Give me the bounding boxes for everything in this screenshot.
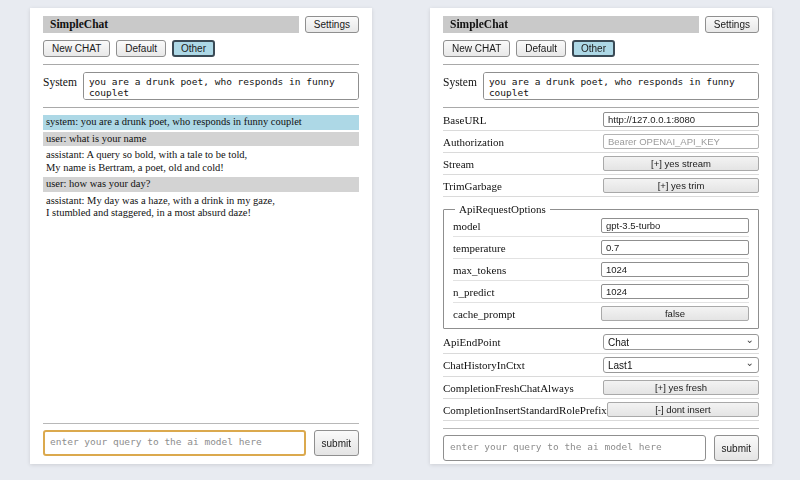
api-request-options-legend: ApiRequestOptions bbox=[455, 203, 550, 215]
title-row: SimpleChat Settings bbox=[443, 16, 759, 33]
max-tokens-label: max_tokens bbox=[453, 264, 601, 276]
completioninsertstandardroleprefix-toggle-button[interactable]: [-] dont insert bbox=[607, 402, 759, 417]
system-prompt-input[interactable]: you are a drunk poet, who responds in fu… bbox=[83, 72, 359, 100]
temperature-input[interactable] bbox=[601, 240, 749, 255]
completionfreshchatalways-toggle-button[interactable]: [+] yes fresh bbox=[603, 380, 759, 395]
session-toolbar: New CHAT Default Other bbox=[43, 40, 359, 57]
submit-button[interactable]: submit bbox=[714, 435, 759, 461]
new-chat-button[interactable]: New CHAT bbox=[443, 40, 510, 57]
baseurl-label: BaseURL bbox=[443, 114, 603, 126]
cache-prompt-label: cache_prompt bbox=[453, 308, 601, 320]
query-footer: submit bbox=[443, 421, 759, 461]
temperature-label: temperature bbox=[453, 242, 601, 254]
chathistoryinctxt-label: ChatHistoryInCtxt bbox=[443, 359, 603, 371]
query-footer: submit bbox=[43, 416, 359, 456]
chat-message-assistant: assistant: A query so bold, with a tale … bbox=[43, 148, 359, 175]
query-row: submit bbox=[43, 430, 359, 456]
query-input[interactable] bbox=[43, 430, 306, 456]
divider bbox=[443, 107, 759, 108]
app-title: SimpleChat bbox=[443, 16, 699, 33]
max-tokens-input[interactable] bbox=[601, 262, 749, 277]
settings-button[interactable]: Settings bbox=[705, 16, 759, 33]
session-other-button[interactable]: Other bbox=[572, 40, 615, 57]
setting-row-n-predict: n_predict bbox=[453, 281, 749, 303]
authorization-label: Authorization bbox=[443, 136, 603, 148]
setting-row-model: model bbox=[453, 215, 749, 237]
stream-toggle-button[interactable]: [+] yes stream bbox=[603, 156, 759, 171]
setting-row-apiendpoint: ApiEndPoint Chat ⌄ bbox=[443, 331, 759, 354]
completionfreshchatalways-label: CompletionFreshChatAlways bbox=[443, 382, 603, 394]
divider bbox=[443, 428, 759, 429]
system-prompt-row: System you are a drunk poet, who respond… bbox=[43, 72, 359, 100]
query-row: submit bbox=[443, 435, 759, 461]
chat-message-user: user: what is your name bbox=[43, 132, 359, 147]
apiendpoint-label: ApiEndPoint bbox=[443, 336, 603, 348]
session-toolbar: New CHAT Default Other bbox=[443, 40, 759, 57]
setting-row-stream: Stream [+] yes stream bbox=[443, 153, 759, 175]
completioninsertstandardroleprefix-label: CompletionInsertStandardRolePrefix bbox=[443, 404, 607, 416]
baseurl-input[interactable] bbox=[603, 112, 759, 127]
authorization-input[interactable] bbox=[603, 134, 759, 149]
divider bbox=[443, 64, 759, 65]
settings-button[interactable]: Settings bbox=[305, 16, 359, 33]
setting-row-chathistoryinctxt: ChatHistoryInCtxt Last1 ⌄ bbox=[443, 354, 759, 377]
chat-message-user: user: how was your day? bbox=[43, 177, 359, 192]
api-request-options-fieldset: ApiRequestOptions model temperature max_… bbox=[443, 203, 759, 329]
chathistoryinctxt-select[interactable]: Last1 bbox=[603, 357, 759, 373]
query-input[interactable] bbox=[443, 435, 706, 461]
setting-row-temperature: temperature bbox=[453, 237, 749, 259]
n-predict-label: n_predict bbox=[453, 286, 601, 298]
system-prompt-input[interactable]: you are a drunk poet, who responds in fu… bbox=[483, 72, 759, 100]
chat-message-assistant: assistant: My day was a haze, with a dri… bbox=[43, 194, 359, 221]
system-label: System bbox=[43, 72, 77, 88]
setting-row-baseurl: BaseURL bbox=[443, 109, 759, 131]
chat-panel: SimpleChat Settings New CHAT Default Oth… bbox=[30, 8, 372, 464]
model-label: model bbox=[453, 220, 601, 232]
divider bbox=[43, 423, 359, 424]
setting-row-max-tokens: max_tokens bbox=[453, 259, 749, 281]
session-other-button[interactable]: Other bbox=[172, 40, 215, 57]
divider bbox=[43, 64, 359, 65]
apiendpoint-select[interactable]: Chat bbox=[603, 334, 759, 350]
n-predict-input[interactable] bbox=[601, 284, 749, 299]
setting-row-completionfreshchatalways: CompletionFreshChatAlways [+] yes fresh bbox=[443, 377, 759, 399]
trimgarbage-label: TrimGarbage bbox=[443, 180, 603, 192]
setting-row-trimgarbage: TrimGarbage [+] yes trim bbox=[443, 175, 759, 197]
system-prompt-row: System you are a drunk poet, who respond… bbox=[443, 72, 759, 100]
divider bbox=[43, 107, 359, 108]
chat-message-list: system: you are a drunk poet, who respon… bbox=[43, 115, 359, 223]
session-default-button[interactable]: Default bbox=[116, 40, 166, 57]
setting-row-authorization: Authorization bbox=[443, 131, 759, 153]
model-input[interactable] bbox=[601, 218, 749, 233]
new-chat-button[interactable]: New CHAT bbox=[43, 40, 110, 57]
settings-panel: SimpleChat Settings New CHAT Default Oth… bbox=[430, 8, 772, 464]
app-title: SimpleChat bbox=[43, 16, 299, 33]
system-label: System bbox=[443, 72, 477, 88]
stream-label: Stream bbox=[443, 158, 603, 170]
session-default-button[interactable]: Default bbox=[516, 40, 566, 57]
submit-button[interactable]: submit bbox=[314, 430, 359, 456]
setting-row-completioninsertstandardroleprefix: CompletionInsertStandardRolePrefix [-] d… bbox=[443, 399, 759, 421]
title-row: SimpleChat Settings bbox=[43, 16, 359, 33]
setting-row-cache-prompt: cache_prompt false bbox=[453, 303, 749, 324]
chat-message-system: system: you are a drunk poet, who respon… bbox=[43, 115, 359, 130]
cache-prompt-toggle-button[interactable]: false bbox=[601, 306, 749, 321]
workspace: SimpleChat Settings New CHAT Default Oth… bbox=[0, 0, 800, 464]
trimgarbage-toggle-button[interactable]: [+] yes trim bbox=[603, 178, 759, 193]
settings-form: BaseURL Authorization Stream [+] yes str… bbox=[443, 109, 759, 421]
